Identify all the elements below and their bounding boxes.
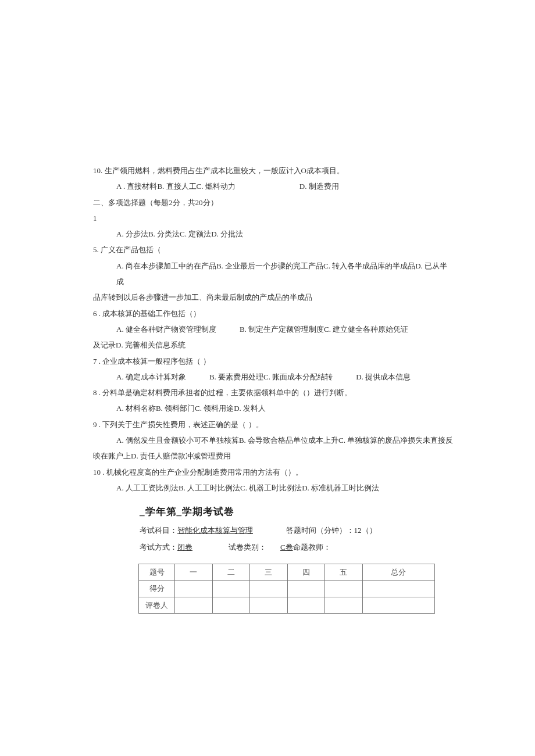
th-3: 三 bbox=[250, 564, 288, 581]
cell bbox=[250, 581, 288, 597]
q6-a: A. 健全各种财产物资管理制度 bbox=[116, 325, 216, 334]
q10b-c: C. 机器工时比例法 bbox=[240, 483, 302, 492]
q5-a: A. 尚在本步骤加工中的在产品 bbox=[116, 261, 216, 270]
q-after1-options: A. 分步法B. 分类法C. 定额法D. 分批法 bbox=[93, 226, 454, 242]
q9-d: D. 责任人赔偿款冲减管理费用 bbox=[131, 452, 231, 460]
q7-line: 7 . 企业成本核算一般程序包括（ ） bbox=[93, 353, 454, 369]
exam-title-block: _学年第_学期考试卷 bbox=[93, 501, 454, 522]
score-table: 题号 一 二 三 四 五 总分 得分 评卷人 bbox=[138, 564, 435, 614]
row-score-label: 得分 bbox=[139, 581, 175, 597]
q6-b: B. 制定生产定额管理制度 bbox=[240, 321, 324, 337]
th-2: 二 bbox=[212, 564, 250, 581]
cell bbox=[362, 597, 435, 613]
exam-info-line2: 考试方式：闭卷 试卷类别： C卷命题教师： bbox=[93, 539, 454, 556]
cell bbox=[325, 597, 363, 613]
after1-c: C. 定额法 bbox=[180, 230, 211, 238]
q5-options: A. 尚在本步骤加工中的在产品B. 企业最后一个步骤的完工产品C. 转入各半成品… bbox=[93, 258, 454, 290]
q10-d: D. 制造费用 bbox=[299, 178, 339, 194]
cell bbox=[325, 581, 363, 597]
after1-d: D. 分批法 bbox=[211, 230, 243, 238]
row-grader-label: 评卷人 bbox=[139, 597, 175, 613]
subject-value: 智能化成本核算与管理 bbox=[177, 526, 253, 535]
q10b-num: 10 bbox=[93, 464, 101, 480]
q7-a: A. 确定成本计算对象 bbox=[116, 372, 186, 381]
q6-cont: 及记录 bbox=[93, 341, 116, 349]
q6-c: C. 建立健全各种原始凭证 bbox=[324, 325, 408, 334]
q10b-text: . 机械化程度高的生产企业分配制造费用常用的方法有（）。 bbox=[101, 468, 303, 476]
cell bbox=[175, 581, 213, 597]
table-grader-row: 评卷人 bbox=[139, 597, 435, 613]
cell bbox=[362, 581, 435, 597]
q9-b: B. 会导致合格品单位成本上升 bbox=[239, 436, 338, 445]
q10-options: A . 直接材料B. 直接人工C. 燃料动力D. 制造费用 bbox=[93, 178, 454, 194]
q10b-options: A. 人工工资比例法B. 人工工时比例法C. 机器工时比例法D. 标准机器工时比… bbox=[93, 480, 454, 496]
cell bbox=[175, 597, 213, 613]
exam-title: _学年第_学期考试卷 bbox=[140, 506, 234, 517]
q7-c: C. 账面成本分配结转 bbox=[263, 372, 333, 381]
cell bbox=[250, 597, 288, 613]
cell bbox=[287, 597, 325, 613]
cell bbox=[212, 597, 250, 613]
q9-cont: 映在账户上 bbox=[93, 452, 131, 460]
after1-b: B. 分类法 bbox=[148, 230, 180, 238]
th-5: 五 bbox=[325, 564, 363, 581]
q5-b: B. 企业最后一个步骤的完工产品 bbox=[216, 261, 323, 270]
q9-line: 9 . 下列关于生产损失性费用，表述正确的是（ ）。 bbox=[93, 417, 454, 432]
q10b-d: D. 标准机器工时比例法 bbox=[302, 483, 379, 492]
q8-text: . 分料单是确定材料费用承担者的过程，主要依据领料单中的（）进行判断。 bbox=[97, 388, 352, 397]
after1-a: A. 分步法 bbox=[116, 230, 148, 238]
q10b-a: A. 人工工资比例法 bbox=[116, 483, 179, 492]
q5-c: C. 转入各半成品库的半成品 bbox=[323, 261, 415, 270]
q9-a: A. 偶然发生且金额较小可不单独核算 bbox=[116, 436, 239, 445]
mode-value: 闭卷 bbox=[177, 543, 192, 551]
cell bbox=[287, 581, 325, 597]
time-label: 答题时间（分钟）：12（） bbox=[286, 526, 377, 535]
q7-options: A. 确定成本计算对象B. 要素费用处理C. 账面成本分配结转D. 提供成本信息 bbox=[93, 369, 454, 385]
paper-label: 试卷类别： bbox=[229, 543, 266, 551]
cell bbox=[212, 581, 250, 597]
q10-text: 10. 生产领用燃料，燃料费用占生产成本比重较大，一般应计入O成本项目。 bbox=[93, 163, 454, 178]
th-4: 四 bbox=[287, 564, 325, 581]
q8-a: A. 材料名称 bbox=[116, 404, 156, 413]
q9-options: A. 偶然发生且金额较小可不单独核算B. 会导致合格品单位成本上升C. 单独核算… bbox=[93, 432, 454, 448]
q9-text: . 下列关于生产损失性费用，表述正确的是（ ）。 bbox=[97, 420, 263, 429]
table-header-row: 题号 一 二 三 四 五 总分 bbox=[139, 564, 435, 581]
q6-options: A. 健全各种财产物资管理制度B. 制定生产定额管理制度C. 建立健全各种原始凭… bbox=[93, 321, 454, 337]
q1-num: 1 bbox=[93, 210, 454, 226]
q8-options: A. 材料名称B. 领料部门C. 领料用途D. 发料人 bbox=[93, 400, 454, 416]
q8-line: 8 . 分料单是确定材料费用承担者的过程，主要依据领料单中的（）进行判断。 bbox=[93, 385, 454, 400]
q7-b: B. 要素费用处理 bbox=[209, 369, 263, 385]
subject-label: 考试科目： bbox=[140, 526, 177, 535]
teacher-label: 命题教师： bbox=[293, 543, 331, 551]
q9-cont-line: 映在账户上D. 责任人赔偿款冲减管理费用 bbox=[93, 448, 454, 464]
q6-text: . 成本核算的基础工作包括（） bbox=[97, 309, 201, 318]
q8-b: B. 领料部门 bbox=[156, 404, 195, 413]
q5-text: 5. 广义在产品包括（ bbox=[93, 242, 454, 257]
q10-b: B. 直接人工 bbox=[157, 182, 196, 191]
paper-value: C卷 bbox=[280, 543, 293, 551]
q5-cont: 品库转到以后各步骤进一步加工、尚未最后制成的产成品的半成品 bbox=[93, 289, 454, 305]
q8-c: C. 领料用途 bbox=[195, 404, 234, 413]
q9-c: C. 单独核算的废品净损失未直接反 bbox=[338, 436, 453, 445]
th-0: 题号 bbox=[139, 564, 175, 581]
q10b-line: 10 . 机械化程度高的生产企业分配制造费用常用的方法有（）。 bbox=[93, 464, 454, 480]
q10b-b: B. 人工工时比例法 bbox=[179, 483, 240, 492]
th-6: 总分 bbox=[362, 564, 435, 581]
q8-d: D. 发料人 bbox=[234, 404, 266, 413]
q7-text: . 企业成本核算一般程序包括（ ） bbox=[97, 357, 211, 366]
q6-cont-line: 及记录D. 完善相关信息系统 bbox=[93, 337, 454, 353]
th-1: 一 bbox=[175, 564, 213, 581]
section2-heading: 二、多项选择题（每题2分，共20分） bbox=[93, 195, 454, 210]
q6-d: D. 完善相关信息系统 bbox=[116, 341, 186, 349]
q10-c: C. 燃料动力 bbox=[197, 182, 236, 191]
q7-d: D. 提供成本信息 bbox=[356, 369, 411, 385]
table-score-row: 得分 bbox=[139, 581, 435, 597]
exam-info-line1: 考试科目：智能化成本核算与管理 答题时间（分钟）：12（） bbox=[93, 522, 454, 539]
mode-label: 考试方式： bbox=[140, 543, 177, 551]
q10-a: A . 直接材料 bbox=[116, 182, 157, 191]
q6-line: 6 . 成本核算的基础工作包括（） bbox=[93, 306, 454, 321]
